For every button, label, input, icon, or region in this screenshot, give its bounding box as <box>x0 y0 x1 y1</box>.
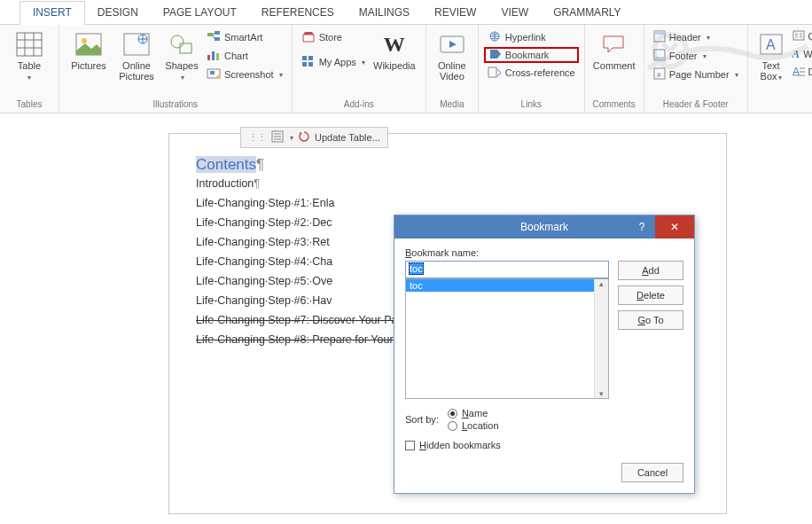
svg-rect-8 <box>124 34 149 55</box>
header-label: Header <box>669 32 701 43</box>
smartart-label: SmartArt <box>224 32 262 43</box>
goto-button[interactable]: Go To <box>618 310 683 330</box>
crossref-button[interactable]: Cross-reference <box>484 64 579 82</box>
pictures-button[interactable]: Pictures <box>65 28 113 73</box>
pagenum-icon: # <box>653 67 666 82</box>
comment-label: Comment <box>593 60 636 71</box>
svg-line-15 <box>213 33 215 35</box>
tab-mailings[interactable]: MAILINGS <box>347 0 422 24</box>
tab-page-layout[interactable]: PAGE LAYOUT <box>151 0 249 24</box>
online-pictures-button[interactable]: Online Pictures <box>113 28 160 83</box>
group-media: Online Video Media <box>426 25 479 113</box>
group-media-label: Media <box>432 98 472 111</box>
quickparts-button[interactable]: Quick Parts <box>789 28 812 44</box>
hyperlink-button[interactable]: Hyperlink <box>484 28 579 46</box>
textbox-button[interactable]: A Text Box▾ <box>753 28 789 83</box>
sort-location-radio[interactable]: Location <box>448 420 499 431</box>
svg-text:#: # <box>657 71 661 79</box>
pagenum-label: Page Number <box>669 69 730 80</box>
pictures-icon <box>74 30 103 59</box>
group-links-label: Links <box>484 98 579 111</box>
bookmark-name-label: Bookmark name: <box>405 247 683 258</box>
svg-text:A: A <box>766 37 776 52</box>
wikipedia-button[interactable]: W Wikipedia <box>369 28 420 73</box>
online-pictures-label: Online Pictures <box>114 60 159 82</box>
scrollbar[interactable]: ▴▾ <box>594 279 608 398</box>
update-table-bar[interactable]: ⋮⋮ ▾ Update Table... <box>240 127 388 148</box>
bookmark-button[interactable]: Bookmark <box>484 47 579 63</box>
cancel-button[interactable]: Cancel <box>621 463 683 482</box>
toc-line: Life-Changing·Step·#1:·Enla <box>196 193 710 213</box>
svg-rect-1 <box>17 33 42 56</box>
wordart-label: WordArt <box>803 49 812 59</box>
hyperlink-icon <box>488 30 502 44</box>
delete-button[interactable]: Delete <box>618 285 683 305</box>
svg-rect-12 <box>207 33 213 36</box>
tab-grammarly[interactable]: GRAMMARLY <box>541 0 633 24</box>
pagenum-button[interactable]: #Page Number <box>650 66 742 83</box>
group-header-footer: Header Footer #Page Number Header & Foot… <box>644 25 748 113</box>
comment-button[interactable]: Comment <box>590 28 638 73</box>
svg-rect-24 <box>308 56 313 60</box>
pictures-label: Pictures <box>71 60 106 71</box>
chart-button[interactable]: Chart <box>203 47 286 65</box>
bookmark-name-input[interactable]: toc <box>405 261 609 278</box>
shapes-icon <box>168 30 196 59</box>
toc-line: Introduction¶ <box>196 174 710 193</box>
dialog-help-button[interactable]: ? <box>629 215 655 239</box>
store-button[interactable]: Store <box>298 28 369 46</box>
chart-icon <box>207 49 221 63</box>
hidden-bookmarks-checkbox[interactable]: Hidden bookmarks <box>405 440 683 450</box>
group-links: Hyperlink Bookmark Cross-reference Links <box>479 25 585 113</box>
svg-text:A: A <box>792 66 800 76</box>
svg-rect-13 <box>215 31 220 35</box>
crossref-icon <box>488 66 502 80</box>
online-video-label: Online Video <box>433 60 471 82</box>
dialog-close-button[interactable]: ✕ <box>655 215 694 239</box>
screenshot-button[interactable]: Screenshot <box>203 66 286 83</box>
quickparts-icon <box>792 30 805 43</box>
footer-button[interactable]: Footer <box>650 47 742 65</box>
tab-references[interactable]: REFERENCES <box>249 0 347 24</box>
quickparts-label: Quick Parts <box>808 31 812 42</box>
svg-marker-50 <box>300 132 302 136</box>
tab-view[interactable]: VIEW <box>488 0 541 24</box>
group-hf-label: Header & Footer <box>650 98 742 111</box>
svg-rect-11 <box>180 43 191 53</box>
dropcap-button[interactable]: ADrop Cap <box>789 64 812 80</box>
footer-label: Footer <box>669 51 698 61</box>
bookmark-icon <box>489 49 502 61</box>
bookmark-listbox[interactable]: toc ▴▾ <box>405 278 609 399</box>
svg-point-7 <box>82 38 87 43</box>
myapps-label: My Apps <box>319 57 356 67</box>
tab-design[interactable]: DESIGN <box>85 0 151 24</box>
wordart-button[interactable]: AWordArt <box>789 45 812 63</box>
dialog-titlebar[interactable]: Bookmark ? ✕ <box>394 215 694 239</box>
table-button[interactable]: Table▾ <box>5 28 53 83</box>
svg-rect-32 <box>654 31 665 35</box>
wikipedia-label: Wikipedia <box>373 60 416 71</box>
sort-name-radio[interactable]: Name <box>448 408 499 418</box>
myapps-button[interactable]: My Apps <box>298 53 369 71</box>
smartart-button[interactable]: SmartArt <box>203 28 286 46</box>
svg-rect-18 <box>212 51 215 60</box>
header-button[interactable]: Header <box>650 28 742 46</box>
chart-label: Chart <box>224 51 248 61</box>
tab-insert[interactable]: INSERT <box>20 1 85 25</box>
svg-rect-19 <box>216 53 219 60</box>
ribbon-tabs: INSERT DESIGN PAGE LAYOUT REFERENCES MAI… <box>0 0 812 25</box>
svg-point-22 <box>216 75 220 79</box>
add-button[interactable]: Add <box>618 261 683 280</box>
svg-point-10 <box>171 35 183 48</box>
store-label: Store <box>319 32 342 43</box>
list-item[interactable]: toc <box>406 279 608 292</box>
svg-rect-23 <box>302 56 307 60</box>
table-label: Table <box>18 60 41 71</box>
wikipedia-icon: W <box>380 30 409 59</box>
toc-title: Contents¶ <box>196 156 710 174</box>
video-icon <box>438 30 466 59</box>
shapes-button[interactable]: Shapes▾ <box>160 28 203 83</box>
online-video-button[interactable]: Online Video <box>432 28 472 83</box>
tab-review[interactable]: REVIEW <box>422 0 488 24</box>
screenshot-icon <box>207 67 221 82</box>
